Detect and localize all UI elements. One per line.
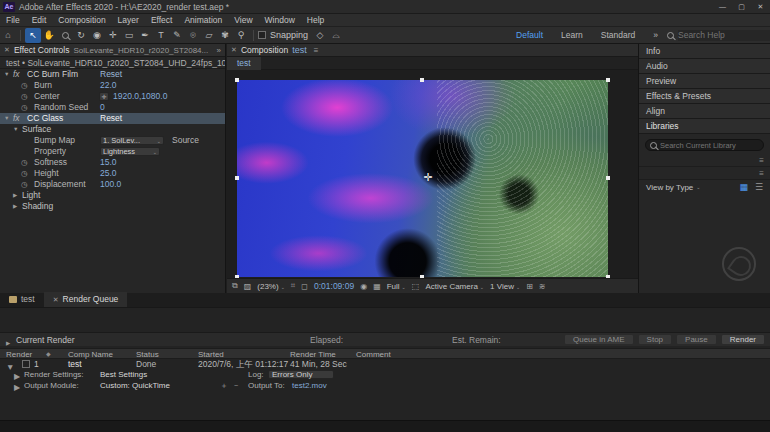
- effect-header-cc-burn-film[interactable]: ▼ fx CC Burn Film Reset: [0, 69, 225, 80]
- menu-help[interactable]: Help: [301, 14, 330, 27]
- mask-visibility-icon[interactable]: ◻: [301, 282, 308, 291]
- pen-tool-icon[interactable]: ✒: [137, 28, 153, 43]
- maximize-button[interactable]: ▢: [732, 0, 751, 13]
- render-settings-value[interactable]: Best Settings: [100, 370, 147, 380]
- minimize-button[interactable]: —: [713, 0, 732, 13]
- reset-link[interactable]: Reset: [100, 69, 122, 80]
- composition-image[interactable]: ✛: [237, 80, 608, 277]
- snapping-checkbox[interactable]: [258, 31, 266, 39]
- property-value[interactable]: 0: [100, 102, 105, 113]
- group-row-surface[interactable]: ▼ Surface: [0, 124, 225, 135]
- composition-viewport[interactable]: ✛: [227, 70, 638, 278]
- close-icon[interactable]: ✕: [231, 46, 237, 54]
- twirl-open-icon[interactable]: ▼: [4, 69, 9, 80]
- show-snapshot-icon[interactable]: ▦: [373, 282, 381, 291]
- output-to-value[interactable]: test2.mov: [292, 381, 327, 391]
- workspace-learn[interactable]: Learn: [561, 30, 583, 40]
- property-row-bump-map[interactable]: Bump Map 1. SolLev... ⌄ Source: [0, 135, 225, 146]
- property-row-property[interactable]: Property Lightness ⌄: [0, 146, 225, 157]
- render-button[interactable]: Render: [721, 334, 765, 345]
- twirl-closed-icon[interactable]: ▶: [13, 190, 17, 201]
- resolution-select[interactable]: Full⌄: [387, 282, 406, 291]
- library-list-row[interactable]: ≡: [639, 154, 770, 167]
- output-module-value[interactable]: Custom: QuickTime: [100, 381, 170, 391]
- group-row-shading[interactable]: ▶ Shading: [0, 201, 225, 212]
- type-tool-icon[interactable]: T: [153, 28, 169, 43]
- effect-name[interactable]: CC Burn Film: [27, 69, 78, 80]
- search-help-input[interactable]: [678, 30, 770, 41]
- current-time-display[interactable]: 0:01:09:09: [314, 281, 354, 291]
- property-row-displacement[interactable]: ◷ Displacement 100.0: [0, 179, 225, 190]
- library-search-input[interactable]: [660, 141, 759, 150]
- snap-option-a-icon[interactable]: ◇: [312, 28, 328, 43]
- list-view-icon[interactable]: ☰: [755, 182, 763, 192]
- menu-file[interactable]: File: [0, 14, 26, 27]
- twirl-open-icon[interactable]: ▼: [4, 113, 9, 124]
- menu-composition[interactable]: Composition: [52, 14, 111, 27]
- selection-handle[interactable]: [420, 78, 424, 82]
- preview-panel-tab[interactable]: Preview: [639, 74, 770, 89]
- remove-output-module-button[interactable]: －: [232, 381, 240, 391]
- property-dropdown[interactable]: Lightness ⌄: [100, 147, 160, 156]
- anchor-point-icon[interactable]: ✛: [423, 170, 432, 183]
- rotation-tool-icon[interactable]: ↻: [73, 28, 89, 43]
- puppet-pin-tool-icon[interactable]: ⚲: [233, 28, 249, 43]
- region-of-interest-icon[interactable]: ⬚: [412, 282, 420, 291]
- menu-view[interactable]: View: [228, 14, 258, 27]
- stopwatch-icon[interactable]: ◷: [21, 80, 28, 91]
- render-queue-item-row[interactable]: ▼ 1 test Done 2020/7/6, 上午 01:12:17 41 M…: [0, 359, 770, 370]
- camera-tool-icon[interactable]: ◉: [89, 28, 105, 43]
- point-picker-icon[interactable]: ✛: [99, 92, 109, 101]
- clone-stamp-tool-icon[interactable]: ⌾: [185, 28, 201, 43]
- grid-options-icon[interactable]: ⌗: [291, 281, 296, 291]
- selection-handle[interactable]: [606, 176, 610, 180]
- stopwatch-icon[interactable]: ◷: [21, 179, 28, 190]
- twirl-closed-icon[interactable]: ▶: [14, 383, 20, 393]
- grid-view-icon[interactable]: ▦: [739, 182, 748, 192]
- queue-in-ame-button[interactable]: Queue in AME: [564, 334, 634, 345]
- menu-layer[interactable]: Layer: [112, 14, 145, 27]
- panel-overflow-icon[interactable]: »: [217, 46, 221, 55]
- shape-tool-icon[interactable]: ▭: [121, 28, 137, 43]
- menu-animation[interactable]: Animation: [178, 14, 228, 27]
- camera-select[interactable]: Active Camera⌄: [425, 282, 484, 291]
- property-row-random-seed[interactable]: ◷ Random Seed 0: [0, 102, 225, 113]
- eraser-tool-icon[interactable]: ▱: [201, 28, 217, 43]
- view-by-type-label[interactable]: View by Type: [646, 183, 693, 192]
- twirl-open-icon[interactable]: ▼: [13, 124, 18, 135]
- brush-tool-icon[interactable]: ✎: [169, 28, 185, 43]
- log-dropdown[interactable]: Errors Only ⌄: [268, 370, 334, 379]
- align-panel-tab[interactable]: Align: [639, 104, 770, 119]
- stopwatch-icon[interactable]: ◷: [21, 157, 28, 168]
- property-row-height[interactable]: ◷ Height 25.0: [0, 168, 225, 179]
- transparency-grid-icon[interactable]: ▨: [244, 282, 252, 291]
- zoom-tool-icon[interactable]: [57, 28, 73, 43]
- roto-brush-tool-icon[interactable]: ✾: [217, 28, 233, 43]
- stopwatch-icon[interactable]: ◷: [21, 168, 28, 179]
- workspace-overflow-icon[interactable]: »: [653, 30, 658, 40]
- close-icon[interactable]: ✕: [4, 46, 10, 54]
- snap-option-b-icon[interactable]: ⌓: [328, 28, 344, 43]
- hamburger-icon[interactable]: ≡: [759, 169, 764, 178]
- group-row-light[interactable]: ▶ Light: [0, 190, 225, 201]
- view-layout-select[interactable]: 1 View⌄: [490, 282, 520, 291]
- selection-tool-icon[interactable]: ↖: [25, 28, 41, 43]
- bump-map-dropdown[interactable]: 1. SolLev... ⌄: [100, 136, 164, 145]
- property-value[interactable]: 100.0: [100, 179, 121, 190]
- close-icon[interactable]: ✕: [53, 292, 59, 307]
- property-row-center[interactable]: ◷ Center ✛ 1920.0,1080.0: [0, 91, 225, 102]
- selection-handle[interactable]: [235, 78, 239, 82]
- snapshot-icon[interactable]: ◉: [360, 282, 367, 291]
- stopwatch-icon[interactable]: ◷: [21, 102, 28, 113]
- pan-behind-tool-icon[interactable]: ✛: [105, 28, 121, 43]
- info-panel-tab[interactable]: Info: [639, 44, 770, 59]
- flowchart-icon[interactable]: ⧉: [232, 281, 238, 291]
- pause-button[interactable]: Pause: [676, 334, 717, 345]
- twirl-closed-icon[interactable]: ▶: [13, 201, 17, 212]
- property-value[interactable]: 15.0: [100, 157, 117, 168]
- selection-handle[interactable]: [235, 176, 239, 180]
- menu-edit[interactable]: Edit: [26, 14, 53, 27]
- library-search-box[interactable]: [645, 139, 764, 151]
- hand-tool-icon[interactable]: ✋: [41, 28, 57, 43]
- hamburger-icon[interactable]: ≡: [759, 156, 764, 165]
